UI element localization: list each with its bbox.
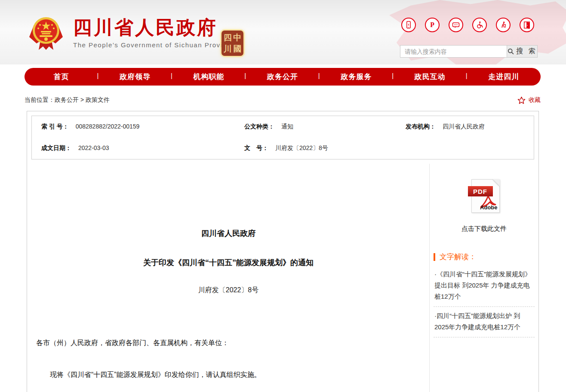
interpretation-links: ·《四川省“十四五”能源发展规划》提出目标 到2025年 力争建成充电桩12万个…	[434, 265, 535, 337]
meta-value: 008282882/2022-00159	[76, 123, 140, 130]
p-media-icon: P	[428, 21, 437, 29]
breadcrumb-prefix: 当前位置：	[25, 96, 55, 103]
pdf-download-button[interactable]: Adobe PDF	[468, 179, 501, 213]
message-button[interactable]	[449, 18, 463, 32]
interpretation-link[interactable]: ·《四川省“十四五”能源发展规划》提出目标 到2025年 力争建成充电桩12万个	[434, 265, 535, 307]
mobile-icon	[404, 21, 413, 29]
article-doc-number: 川府发〔2022〕8号	[28, 286, 429, 295]
interpretation-link[interactable]: ·四川“十四五”能源规划出炉 到2025年力争建成充电桩12万个	[434, 307, 535, 337]
china-sichuan-seal: 四 中 川 國	[221, 31, 243, 56]
nav-item-interaction[interactable]: 政民互动	[393, 72, 467, 82]
article-paragraph: 各市（州）人民政府，省政府各部门、各直属机构，有关单位：	[28, 338, 429, 348]
article-org-title: 四川省人民政府	[28, 228, 429, 239]
text-interpretation-title: 文字解读：	[440, 252, 476, 262]
nav-item-gov-services[interactable]: 政务服务	[320, 72, 393, 82]
search-button-label: 搜 索	[516, 47, 537, 56]
exit-button[interactable]	[520, 18, 534, 32]
meta-index-number: 索 引 号： 008282882/2022-00159	[32, 123, 235, 131]
meta-label: 索 引 号：	[41, 123, 69, 130]
favorite-button[interactable]: 收藏	[517, 96, 541, 105]
header-quick-icons: P	[401, 18, 534, 32]
meta-written-date: 成文日期： 2022-03-03	[32, 144, 235, 152]
meta-label: 发布机构：	[406, 123, 436, 130]
meta-value: 四川省人民政府	[443, 123, 485, 130]
site-logo[interactable]: 四川省人民政府 The People’s Government of Sichu…	[28, 15, 235, 52]
national-emblem-icon	[28, 15, 64, 52]
exit-door-icon	[523, 21, 531, 29]
seal-char: 國	[233, 43, 243, 55]
site-title: 四川省人民政府	[73, 17, 235, 38]
accessibility-button[interactable]	[472, 18, 487, 32]
elder-mode-button[interactable]	[496, 18, 511, 32]
nav-item-gov-info[interactable]: 政务公开	[246, 72, 319, 82]
seal-char: 川	[223, 43, 233, 55]
p-media-button[interactable]: P	[425, 18, 440, 32]
breadcrumb-current[interactable]: 政策文件	[86, 96, 110, 103]
document-metadata: 索 引 号： 008282882/2022-00159 公文种类： 通知 发布机…	[31, 116, 534, 159]
article-doc-title: 关于印发《四川省“十四五”能源发展规划》的通知	[28, 257, 429, 268]
download-file-link[interactable]: 点击下载此文件	[461, 225, 507, 233]
svg-text:P: P	[430, 21, 434, 28]
breadcrumb-row: 当前位置：政务公开 > 政策文件 收藏	[25, 94, 541, 107]
meta-doc-number: 文 号： 川府发〔2022〕8号	[235, 144, 396, 152]
search-bar: 搜 索	[400, 45, 538, 58]
meta-value: 通知	[281, 123, 293, 130]
meta-value: 2022-03-03	[78, 144, 109, 151]
star-icon	[517, 96, 526, 105]
meta-value: 川府发〔2022〕8号	[275, 144, 328, 151]
page-fold-icon	[493, 179, 500, 186]
document-container: 索 引 号： 008282882/2022-00159 公文种类： 通知 发布机…	[27, 111, 539, 392]
breadcrumb-separator: >	[80, 96, 84, 103]
accessibility-icon	[475, 21, 484, 29]
document-article: 四川省人民政府 关于印发《四川省“十四五”能源发展规划》的通知 川府发〔2022…	[27, 164, 429, 392]
site-subtitle: The People’s Government of Sichuan Provi…	[73, 41, 235, 49]
meta-issuing-agency: 发布机构： 四川省人民政府	[396, 123, 534, 131]
text-interpretation-header: 文字解读：	[434, 252, 535, 262]
accent-bar	[434, 253, 435, 261]
search-icon	[507, 48, 514, 55]
search-input[interactable]	[400, 46, 507, 57]
seal-char: 中	[233, 32, 243, 43]
breadcrumb-link-section[interactable]: 政务公开	[55, 96, 79, 103]
message-icon	[452, 21, 460, 29]
meta-label: 公文种类：	[244, 123, 274, 130]
nav-item-gov-leaders[interactable]: 政府领导	[98, 72, 172, 82]
mobile-version-button[interactable]	[401, 18, 416, 32]
elder-mode-icon	[499, 21, 508, 29]
nav-item-about-sichuan[interactable]: 走进四川	[467, 72, 541, 82]
document-sidebar: Adobe PDF 点击下载此文件 文字解读： ·《四川省“十四五”能源发展规划…	[429, 164, 538, 392]
meta-label: 成文日期：	[41, 144, 71, 151]
nav-item-home[interactable]: 首页	[25, 72, 98, 82]
article-paragraph: 现将《四川省“十四五”能源发展规划》印发给你们，请认真组织实施。	[28, 370, 429, 380]
pdf-badge: PDF	[468, 186, 493, 196]
breadcrumb: 当前位置：政务公开 > 政策文件	[25, 96, 110, 104]
favorite-label: 收藏	[529, 96, 541, 104]
site-header: 四川省人民政府 The People’s Government of Sichu…	[0, 0, 566, 64]
adobe-label: Adobe	[480, 204, 497, 211]
content-row: 四川省人民政府 关于印发《四川省“十四五”能源发展规划》的通知 川府发〔2022…	[27, 164, 538, 392]
nav-item-org-functions[interactable]: 机构职能	[172, 72, 246, 82]
main-nav: 首页 政府领导 机构职能 政务公开 政务服务 政民互动 走进四川	[25, 68, 541, 86]
meta-doc-type: 公文种类： 通知	[235, 123, 396, 131]
seal-char: 四	[223, 32, 233, 43]
meta-label: 文 号：	[244, 144, 268, 151]
search-button[interactable]: 搜 索	[507, 46, 537, 57]
